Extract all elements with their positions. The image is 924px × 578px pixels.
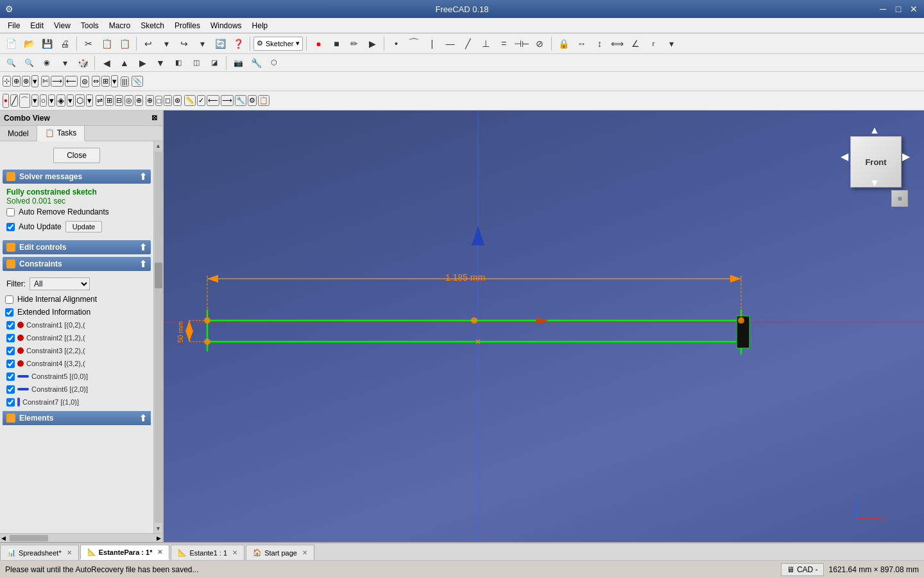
extended-info-checkbox[interactable] xyxy=(5,308,13,317)
poly-button[interactable]: ⬡ xyxy=(75,94,85,107)
front-view-button[interactable]: ◀ xyxy=(98,55,115,71)
c3-checkbox[interactable] xyxy=(6,347,15,355)
cut-button[interactable]: ✂ xyxy=(80,35,97,52)
line-button[interactable]: ╱ xyxy=(10,94,18,107)
menu-edit[interactable]: Edit xyxy=(25,20,49,31)
isometric-button[interactable]: ◪ xyxy=(206,55,223,71)
save-file-button[interactable]: 💾 xyxy=(38,35,55,52)
nav-cube-corner[interactable]: ⊞ xyxy=(891,190,908,207)
redo-dropdown[interactable]: ▾ xyxy=(194,35,210,52)
sketch-point-button[interactable]: • xyxy=(388,35,404,52)
constraint-item-2[interactable]: Constraint2 [(1,2),( xyxy=(5,331,148,344)
close-window-button[interactable]: ✕ xyxy=(909,4,919,14)
array-button[interactable]: ⊞ xyxy=(101,76,110,87)
scroll-thumb[interactable] xyxy=(155,263,162,288)
menu-macro[interactable]: Macro xyxy=(104,20,135,31)
sketch-diag-button[interactable]: ╱ xyxy=(459,35,476,52)
nav-up-arrow[interactable]: ▲ xyxy=(869,125,880,136)
copy-button[interactable]: 📋 xyxy=(98,35,115,52)
constraints-section-header[interactable]: Constraints ⬆ xyxy=(3,257,151,271)
close-sketch-button[interactable]: Close xyxy=(53,148,100,163)
solver-collapse-btn[interactable]: ⬆ xyxy=(139,171,147,182)
nav-left-arrow[interactable]: ◀ xyxy=(841,150,848,162)
more-ext-button[interactable]: ⊛ xyxy=(173,95,182,106)
dim-button[interactable]: ⟺ xyxy=(609,35,626,52)
minimize-button[interactable]: ─ xyxy=(878,4,888,14)
constraint-item-3[interactable]: Constraint3 [(2,2),( xyxy=(5,344,148,357)
c6-checkbox[interactable] xyxy=(6,385,15,394)
edit-collapse-btn[interactable]: ⬆ xyxy=(139,242,147,252)
c5-checkbox[interactable] xyxy=(6,372,15,381)
scroll-track[interactable] xyxy=(155,152,162,523)
h-scroll-thumb[interactable] xyxy=(10,535,48,541)
menu-profiles[interactable]: Profiles xyxy=(169,20,205,31)
auto-update-checkbox[interactable] xyxy=(6,223,15,231)
constr-point-button[interactable]: ⊕ xyxy=(146,95,154,106)
more-geo-button[interactable]: ⊕ xyxy=(135,95,143,106)
right-view-button[interactable]: ▶ xyxy=(134,55,151,71)
tab-model[interactable]: Model xyxy=(0,126,37,141)
menu-sketch[interactable]: Sketch xyxy=(135,20,169,31)
fill-dropdown[interactable]: ▾ xyxy=(67,94,74,107)
viewport[interactable]: 1.185 mm 50 mm xyxy=(164,110,924,542)
snap-grid-button[interactable]: ⊹ xyxy=(3,76,11,87)
canvas-area[interactable]: 1.185 mm 50 mm xyxy=(164,110,924,542)
scroll-down-button[interactable]: ▼ xyxy=(154,524,163,533)
tab-spreadsheet[interactable]: 📊 Spreadsheet* ✕ xyxy=(0,545,79,560)
rect-array-button[interactable]: ⊟ xyxy=(115,95,123,106)
lock-button[interactable]: 🔒 xyxy=(555,35,572,52)
zoom-box-button[interactable]: 🔍 xyxy=(21,55,37,71)
dim-tool-button[interactable]: 📏 xyxy=(184,95,196,106)
scroll-right-button[interactable]: ▶ xyxy=(155,535,162,541)
vert-dist-button[interactable]: ↕ xyxy=(591,35,608,52)
fill-button[interactable]: ◈ xyxy=(56,94,65,107)
menu-view[interactable]: View xyxy=(49,20,76,31)
mirror-button[interactable]: ⇔ xyxy=(92,76,100,87)
nav-down-arrow[interactable]: ▼ xyxy=(869,177,880,189)
redo-button[interactable]: ↪ xyxy=(176,35,193,52)
menu-tools[interactable]: Tools xyxy=(76,20,104,31)
c2-checkbox[interactable] xyxy=(6,334,15,342)
undo-dropdown[interactable]: ▾ xyxy=(158,35,175,52)
tab-estante1[interactable]: 📐 Estante1 : 1 ✕ xyxy=(171,545,244,560)
zoom-fit-button[interactable]: 🔍 xyxy=(3,55,19,71)
nav-cube[interactable]: ▲ Front ◀ ▶ ▼ ⊞ xyxy=(841,123,911,207)
constraint-item-7[interactable]: Constraint7 [(1,0)] xyxy=(5,396,148,408)
horiz-dist-button[interactable]: ↔ xyxy=(573,35,590,52)
open-file-button[interactable]: 📂 xyxy=(21,35,37,52)
snap-dropdown[interactable]: ▾ xyxy=(31,75,38,87)
undo-button[interactable]: ↩ xyxy=(140,35,157,52)
ext-face-button[interactable]: ◻ xyxy=(164,95,172,106)
maximize-button[interactable]: □ xyxy=(893,4,903,14)
geo-extra3-button[interactable]: 🔧 xyxy=(235,95,246,106)
extra-button[interactable]: ⬡ xyxy=(266,55,282,71)
elements-collapse[interactable]: ⬆ xyxy=(139,413,147,423)
workbench-dropdown[interactable]: ⚙ Sketcher ▾ xyxy=(253,37,303,51)
trim-button[interactable]: ✄ xyxy=(41,76,49,87)
constraint-item-6[interactable]: Constraint6 [(2,0)] xyxy=(5,383,148,396)
mirror-geo-button[interactable]: ⇌ xyxy=(96,95,104,106)
draw-style-dropdown[interactable]: ▾ xyxy=(56,55,73,71)
edit-controls-header[interactable]: Edit controls ⬆ xyxy=(3,240,151,254)
dropdown-dim[interactable]: ▾ xyxy=(663,35,680,52)
bottom-view-button[interactable]: ◫ xyxy=(188,55,205,71)
estante1-close[interactable]: ✕ xyxy=(232,549,237,556)
tools-button[interactable]: 🔧 xyxy=(248,55,264,71)
draw-style-button[interactable]: ◉ xyxy=(38,55,55,71)
attach-button[interactable]: 📎 xyxy=(132,76,143,87)
nav-right-arrow[interactable]: ▶ xyxy=(902,150,910,162)
toggle-sync-button[interactable]: 📷 xyxy=(230,55,246,71)
sketch-block-button[interactable]: ⊘ xyxy=(531,35,548,52)
angle-button[interactable]: ∠ xyxy=(627,35,644,52)
home-view-button[interactable]: 🎲 xyxy=(74,55,91,71)
edit-macro-button[interactable]: ✏ xyxy=(346,35,363,52)
sketch-line-button[interactable]: | xyxy=(424,35,440,52)
constraint-item-1[interactable]: Constraint1 [(0,2),( xyxy=(5,319,148,331)
apply-button[interactable]: ✓ xyxy=(197,95,205,106)
constraint-item-4[interactable]: Constraint4 [(3,2),( xyxy=(5,357,148,370)
col-width-button[interactable]: ||| xyxy=(121,76,129,87)
hide-internal-checkbox[interactable] xyxy=(5,295,13,304)
vertical-scrollbar[interactable]: ▲ ▼ xyxy=(153,141,162,533)
horizontal-scrollbar[interactable]: ◀ ▶ xyxy=(0,533,162,542)
new-file-button[interactable]: 📄 xyxy=(3,35,19,52)
